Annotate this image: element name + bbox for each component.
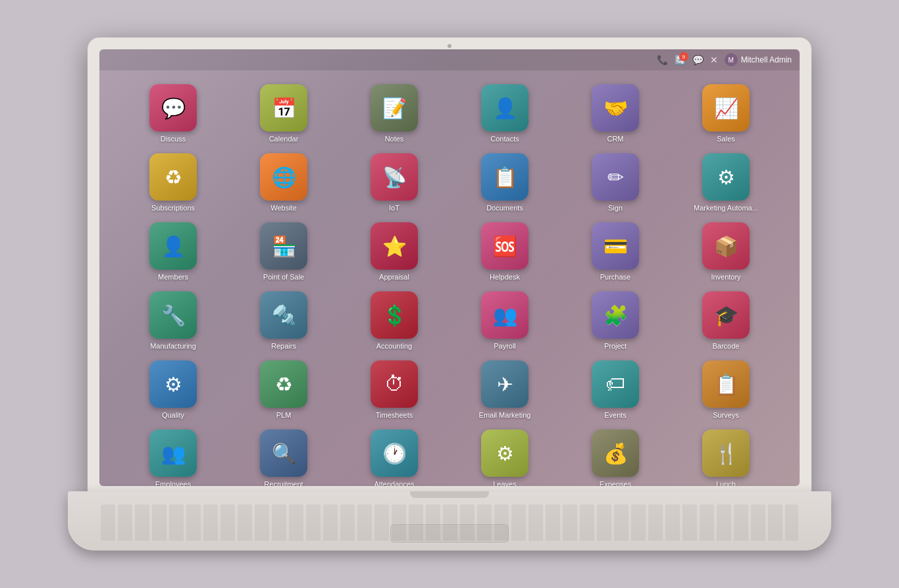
app-item-accounting[interactable]: 💲Accounting	[340, 287, 448, 354]
app-item-email_marketing[interactable]: ✈Email Marketing	[451, 356, 559, 423]
app-label-sales: Sales	[717, 135, 735, 143]
app-item-sign[interactable]: ✏Sign	[561, 149, 669, 216]
app-item-repairs[interactable]: 🔩Repairs	[230, 287, 338, 354]
app-icon-plm: ♻	[260, 360, 307, 408]
app-item-plm[interactable]: ♻PLM	[230, 356, 338, 423]
app-icon-helpdesk: 🆘	[481, 222, 528, 270]
app-icon-timesheets: ⏱	[371, 360, 418, 408]
app-label-members: Members	[158, 273, 188, 281]
app-item-notes[interactable]: 📝Notes	[340, 80, 448, 147]
app-label-notes: Notes	[385, 135, 404, 143]
avatar: M	[725, 53, 738, 66]
app-icon-accounting: 💲	[371, 291, 418, 339]
app-label-surveys: Surveys	[713, 411, 739, 419]
app-label-inventory: Inventory	[711, 273, 740, 281]
app-icon-employees: 👥	[149, 429, 197, 477]
app-icon-website: 🌐	[260, 153, 307, 201]
app-item-expenses[interactable]: 💰Expenses	[561, 426, 669, 486]
app-icon-inventory: 📦	[702, 222, 750, 270]
app-label-crm: CRM	[607, 135, 623, 143]
app-item-attendances[interactable]: 🕐Attendances	[340, 426, 448, 486]
app-label-email_marketing: Email Marketing	[479, 411, 531, 419]
close-icon[interactable]: ✕	[710, 55, 718, 65]
app-label-marketing: Marketing Automa...	[694, 204, 758, 212]
app-icon-repairs: 🔩	[260, 291, 307, 339]
app-item-pos[interactable]: 🏪Point of Sale	[230, 218, 338, 285]
app-icon-purchase: 💳	[592, 222, 639, 270]
app-label-timesheets: Timesheets	[376, 411, 413, 419]
app-icon-sign: ✏	[592, 153, 639, 201]
app-item-documents[interactable]: 📋Documents	[451, 149, 559, 216]
app-item-purchase[interactable]: 💳Purchase	[561, 218, 669, 285]
app-label-website: Website	[270, 204, 297, 212]
app-label-attendances: Attendances	[374, 480, 414, 486]
app-item-members[interactable]: 👤Members	[119, 218, 227, 285]
app-label-barcode: Barcode	[713, 342, 740, 350]
app-label-iot: IoT	[389, 204, 399, 212]
laptop-hinge	[410, 491, 489, 498]
app-icon-pos: 🏪	[260, 222, 307, 270]
app-label-documents: Documents	[486, 204, 523, 212]
app-icon-appraisal: ⭐	[371, 222, 418, 270]
app-icon-sales: 📈	[702, 84, 750, 132]
app-icon-notes: 📝	[371, 84, 418, 132]
app-icon-quality: ⚙	[149, 360, 197, 408]
phone-icon[interactable]: 📞	[657, 55, 668, 65]
app-label-sign: Sign	[608, 204, 623, 212]
app-item-crm[interactable]: 🤝CRM	[561, 80, 669, 147]
app-icon-leaves: ⚙	[481, 429, 528, 477]
laptop-container: 📞 🔄 9 💬 ✕ M Mitchell Admin 💬Discuss📅Cale…	[88, 37, 811, 551]
app-item-website[interactable]: 🌐Website	[230, 149, 338, 216]
app-item-iot[interactable]: 📡IoT	[340, 149, 448, 216]
app-item-calendar[interactable]: 📅Calendar	[230, 80, 338, 147]
app-label-payroll: Payroll	[494, 342, 516, 350]
app-item-appraisal[interactable]: ⭐Appraisal	[340, 218, 448, 285]
app-icon-surveys: 📋	[702, 360, 750, 408]
app-item-contacts[interactable]: 👤Contacts	[451, 80, 559, 147]
app-item-timesheets[interactable]: ⏱Timesheets	[340, 356, 448, 423]
app-item-recruitment[interactable]: 🔍Recruitment	[230, 426, 338, 486]
app-icon-email_marketing: ✈	[481, 360, 528, 408]
app-item-subscriptions[interactable]: ♻Subscriptions	[119, 149, 227, 216]
app-item-inventory[interactable]: 📦Inventory	[672, 218, 780, 285]
app-item-barcode[interactable]: 🎓Barcode	[672, 287, 780, 354]
user-info[interactable]: M Mitchell Admin	[725, 53, 792, 66]
top-bar: 📞 🔄 9 💬 ✕ M Mitchell Admin	[99, 49, 800, 70]
app-icon-contacts: 👤	[481, 84, 528, 132]
app-item-project[interactable]: 🧩Project	[561, 287, 669, 354]
app-label-appraisal: Appraisal	[379, 273, 409, 281]
app-label-project: Project	[604, 342, 627, 350]
app-label-manufacturing: Manufacturing	[150, 342, 196, 350]
app-label-accounting: Accounting	[376, 342, 412, 350]
refresh-badge[interactable]: 🔄 9	[675, 55, 686, 65]
app-label-events: Events	[604, 411, 627, 419]
camera-dot	[448, 44, 451, 48]
app-label-helpdesk: Helpdesk	[490, 273, 520, 281]
app-item-events[interactable]: 🏷Events	[561, 356, 669, 423]
app-item-marketing[interactable]: ⚙Marketing Automa...	[672, 149, 780, 216]
app-item-manufacturing[interactable]: 🔧Manufacturing	[119, 287, 227, 354]
app-icon-discuss: 💬	[149, 84, 197, 132]
app-icon-recruitment: 🔍	[260, 429, 307, 477]
app-item-employees[interactable]: 👥Employees	[119, 426, 227, 486]
chat-icon[interactable]: 💬	[692, 55, 704, 65]
laptop-screen-frame: 📞 🔄 9 💬 ✕ M Mitchell Admin 💬Discuss📅Cale…	[88, 37, 811, 498]
app-label-contacts: Contacts	[490, 135, 519, 143]
app-label-employees: Employees	[155, 480, 191, 486]
app-icon-lunch: 🍴	[702, 429, 750, 477]
app-item-helpdesk[interactable]: 🆘Helpdesk	[451, 218, 559, 285]
app-item-leaves[interactable]: ⚙Leaves	[451, 426, 559, 486]
app-label-pos: Point of Sale	[263, 273, 304, 281]
app-item-payroll[interactable]: 👥Payroll	[451, 287, 559, 354]
laptop-base	[68, 491, 831, 551]
app-label-plm: PLM	[276, 411, 292, 419]
app-icon-iot: 📡	[371, 153, 418, 201]
app-item-sales[interactable]: 📈Sales	[672, 80, 780, 147]
touchpad[interactable]	[390, 524, 509, 543]
app-item-surveys[interactable]: 📋Surveys	[672, 356, 780, 423]
app-label-repairs: Repairs	[271, 342, 296, 350]
app-label-purchase: Purchase	[600, 273, 630, 281]
app-item-discuss[interactable]: 💬Discuss	[119, 80, 227, 147]
app-item-quality[interactable]: ⚙Quality	[119, 356, 227, 423]
app-item-lunch[interactable]: 🍴Lunch	[672, 426, 780, 486]
